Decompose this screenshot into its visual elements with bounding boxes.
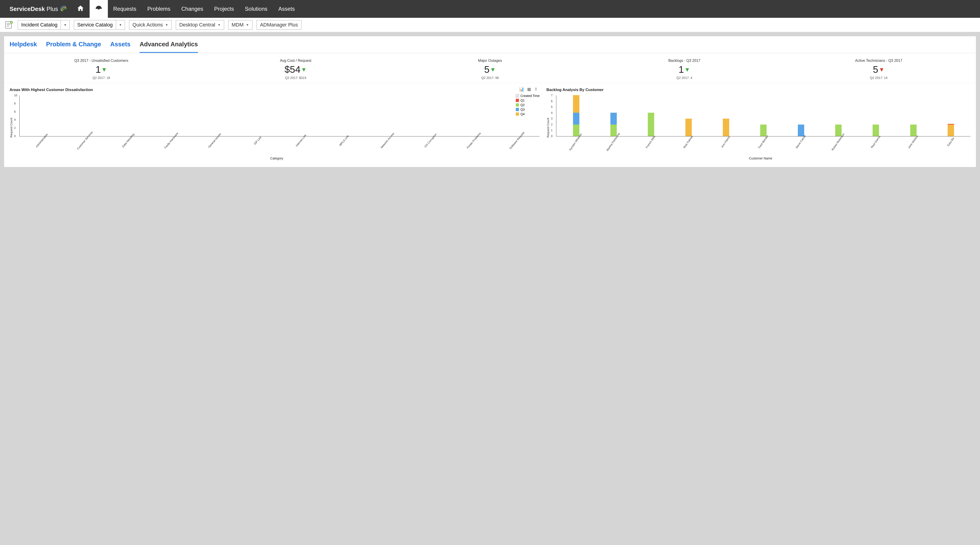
trend-down-icon: ▼: [879, 66, 885, 73]
y-tick: 0: [551, 135, 552, 138]
kpi-card: Active Technicians - Q3 2017 5▼ Q2 2017:…: [782, 59, 976, 80]
stack-segment: [573, 95, 579, 113]
kpi-row: Q3 2017 - Unsatisfied Customers 1▼ Q2 20…: [4, 53, 976, 83]
tab-advanced-analytics[interactable]: Advanced Analytics: [140, 41, 198, 53]
kpi-previous: Q2 2017: 14: [787, 76, 970, 80]
analytics-tabs: Helpdesk Problem & Change Assets Advance…: [4, 36, 976, 53]
chart-bar-icon[interactable]: 📊: [519, 87, 524, 92]
service-catalog-dropdown[interactable]: Service Catalog ▼: [74, 20, 125, 30]
quick-actions-dropdown[interactable]: Quick Actions▼: [129, 20, 172, 30]
kpi-previous: Q2 2017: 4: [593, 76, 776, 80]
tab-assets[interactable]: Assets: [110, 41, 130, 53]
y-tick: 6: [14, 110, 16, 113]
desktop-central-dropdown[interactable]: Desktop Central▼: [176, 20, 224, 30]
x-labels: AdministrativeCustomer ServicesData Hand…: [19, 136, 539, 155]
chevron-down-icon: ▼: [165, 23, 168, 27]
y-axis-label: Request Count: [546, 96, 550, 160]
y-tick: 4: [14, 118, 16, 121]
mdm-dropdown[interactable]: MDM▼: [228, 20, 252, 30]
chevron-down-icon: ▼: [61, 20, 70, 30]
nav-home[interactable]: [72, 0, 90, 18]
nav-problems[interactable]: Problems: [142, 0, 176, 18]
stack-bar[interactable]: [910, 124, 916, 136]
brand-arc-icon: [59, 5, 67, 13]
kpi-card: Backlogs - Q3 2017 1▼ Q2 2017: 4: [587, 59, 781, 80]
kpi-previous: Q2 2017: 98: [398, 76, 582, 80]
brand-logo: ServiceDesk Plus: [0, 5, 72, 13]
mdm-label: MDM: [232, 22, 244, 28]
admanager-label: ADManager Plus: [260, 22, 298, 28]
nav-solutions[interactable]: Solutions: [239, 0, 273, 18]
stack-segment: [760, 124, 767, 136]
chart-export-icon[interactable]: ⇪: [534, 87, 538, 92]
stack-segment: [573, 124, 579, 136]
incident-catalog-label: Incident Catalog: [18, 20, 61, 30]
chart-table-icon[interactable]: ▦: [527, 87, 531, 92]
incident-catalog-dropdown[interactable]: Incident Catalog ▼: [18, 20, 70, 30]
y-axis-label: Request Count: [10, 96, 13, 160]
kpi-title: Active Technicians - Q3 2017: [787, 59, 970, 63]
stack-bar[interactable]: [610, 113, 617, 136]
stack-segment: [648, 113, 654, 136]
kpi-title: Major Outages: [398, 59, 582, 63]
chart-backlog: Backlog Analysis By Customer Request Cou…: [546, 88, 970, 160]
nav-projects[interactable]: Projects: [208, 0, 239, 18]
stack-bar[interactable]: [573, 95, 579, 136]
chevron-down-icon: ▼: [218, 23, 221, 27]
tab-problem-change[interactable]: Problem & Change: [46, 41, 101, 53]
y-tick: 5: [551, 105, 552, 108]
y-tick: 1: [551, 129, 552, 132]
kpi-value: 5: [873, 64, 878, 75]
toolbar: Incident Catalog ▼ Service Catalog ▼ Qui…: [0, 18, 980, 32]
y-tick: 3: [551, 117, 552, 120]
y-tick: 2: [551, 123, 552, 126]
kpi-value: 1: [95, 64, 101, 75]
nav-assets[interactable]: Assets: [273, 0, 300, 18]
stack-bar[interactable]: [686, 119, 692, 136]
new-ticket-button[interactable]: [4, 20, 14, 30]
stack-bar[interactable]: [648, 113, 654, 136]
stack-segment: [873, 124, 879, 136]
kpi-value: $54: [285, 64, 301, 75]
stack-segment: [910, 124, 916, 136]
y-tick: 8: [14, 102, 16, 105]
chart-axes: 01234567: [556, 96, 970, 136]
stack-segment: [573, 113, 579, 124]
content-area: Helpdesk Problem & Change Assets Advance…: [0, 32, 980, 171]
nav-changes[interactable]: Changes: [176, 0, 208, 18]
admanager-button[interactable]: ADManager Plus: [256, 20, 301, 30]
kpi-value: 5: [484, 64, 489, 75]
kpi-value: 1: [679, 64, 684, 75]
kpi-previous: Q2 2017: $319: [204, 76, 387, 80]
chart-actions: 📊 ▦ ⇪: [519, 87, 538, 92]
stack-bar[interactable]: [948, 124, 954, 136]
chart-title: Areas With Highest Customer Dissatisfact…: [10, 88, 539, 92]
stack-segment: [835, 124, 842, 136]
home-icon: [77, 5, 84, 13]
chart-title: Backlog Analysis By Customer: [546, 88, 970, 92]
chart-dissatisfaction: Areas With Highest Customer Dissatisfact…: [10, 88, 539, 160]
stack-segment: [948, 124, 954, 136]
stack-bar[interactable]: [760, 124, 767, 136]
trend-down-icon: ▼: [490, 66, 496, 73]
nav-dashboard[interactable]: [90, 0, 108, 18]
stack-bar[interactable]: [723, 119, 729, 136]
x-labels: Kyrsten WheelerMartha FishburneFrench Mi…: [556, 136, 970, 155]
stack-bar[interactable]: [873, 124, 879, 136]
y-tick: 2: [14, 126, 16, 129]
service-catalog-label: Service Catalog: [74, 20, 116, 30]
stack-bar[interactable]: [798, 124, 804, 136]
tab-helpdesk[interactable]: Helpdesk: [10, 41, 37, 53]
desktop-central-label: Desktop Central: [179, 22, 215, 28]
chevron-down-icon: ▼: [116, 20, 125, 30]
kpi-title: Avg Cost / Request: [204, 59, 387, 63]
charts-row: Areas With Highest Customer Dissatisfact…: [4, 83, 976, 167]
stack-bar[interactable]: [835, 124, 842, 136]
stack-segment: [723, 119, 729, 136]
y-tick: 10: [14, 94, 17, 97]
kpi-card: Major Outages 5▼ Q2 2017: 98: [393, 59, 587, 80]
stack-segment: [610, 113, 617, 124]
nav-requests[interactable]: Requests: [108, 0, 142, 18]
y-tick: 6: [551, 100, 552, 103]
y-tick: 4: [551, 112, 552, 115]
